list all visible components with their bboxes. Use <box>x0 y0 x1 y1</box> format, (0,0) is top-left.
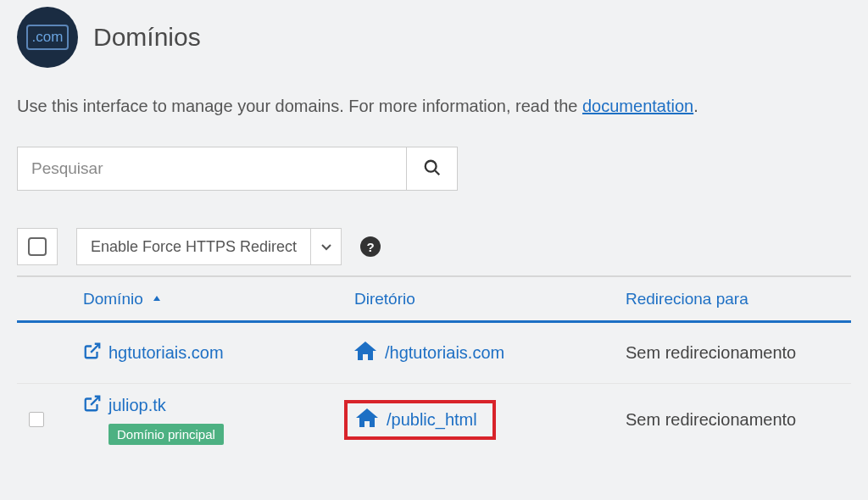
svg-line-1 <box>435 170 439 175</box>
search-input[interactable] <box>17 147 407 191</box>
domains-table: Domínio Diretório Redireciona para hgtut… <box>17 275 851 455</box>
directory-cell: /public_html <box>354 400 626 440</box>
highlight-box: /public_html <box>344 400 496 440</box>
primary-domain-badge: Domínio principal <box>108 424 224 445</box>
redirect-cell: Sem redirecionamento <box>626 343 851 363</box>
directory-link[interactable]: /public_html <box>356 408 477 431</box>
domains-icon: .com <box>17 7 78 68</box>
toolbar: Enable Force HTTPS Redirect ? <box>17 228 851 265</box>
table-row: juliop.tk Domínio principal /public_html… <box>17 384 851 455</box>
column-redirect[interactable]: Redireciona para <box>626 290 851 308</box>
column-directory[interactable]: Diretório <box>354 290 626 308</box>
select-all-checkbox[interactable] <box>17 228 58 265</box>
documentation-link[interactable]: documentation <box>582 97 693 115</box>
sort-asc-icon <box>147 290 163 308</box>
page-header: .com Domínios <box>17 7 851 68</box>
directory-cell: /hgtutoriais.com <box>354 342 626 364</box>
domain-link[interactable]: hgtutoriais.com <box>83 342 224 364</box>
external-link-icon <box>83 394 102 417</box>
search-button[interactable] <box>407 147 458 191</box>
column-domain[interactable]: Domínio <box>83 290 354 308</box>
force-https-button[interactable]: Enable Force HTTPS Redirect <box>76 228 311 265</box>
force-https-dropdown[interactable] <box>311 228 342 265</box>
domain-text: hgtutoriais.com <box>108 343 224 363</box>
domain-text: juliop.tk <box>108 396 166 415</box>
external-link-icon <box>83 342 102 364</box>
intro-text-after: . <box>693 97 698 115</box>
domain-cell: hgtutoriais.com <box>83 342 354 364</box>
question-icon: ? <box>367 240 375 254</box>
row-checkbox[interactable] <box>29 412 44 427</box>
table-header: Domínio Diretório Redireciona para <box>17 275 851 323</box>
svg-point-0 <box>425 160 436 171</box>
force-https-button-group: Enable Force HTTPS Redirect <box>76 228 342 265</box>
svg-line-3 <box>91 397 99 405</box>
redirect-cell: Sem redirecionamento <box>626 410 851 430</box>
home-icon <box>356 408 378 431</box>
domain-cell: juliop.tk Domínio principal <box>83 394 354 445</box>
intro-text: Use this interface to manage your domain… <box>17 97 851 116</box>
table-row: hgtutoriais.com /hgtutoriais.com Sem red… <box>17 323 851 384</box>
help-button[interactable]: ? <box>360 236 381 257</box>
directory-link[interactable]: /hgtutoriais.com <box>354 342 626 364</box>
row-checkbox-cell <box>17 412 83 427</box>
svg-line-2 <box>91 344 99 353</box>
directory-text: /public_html <box>387 410 477 430</box>
caret-down-icon <box>321 239 331 254</box>
directory-text: /hgtutoriais.com <box>385 343 504 363</box>
domain-link[interactable]: juliop.tk <box>83 394 166 417</box>
home-icon <box>354 342 376 364</box>
search-icon <box>423 158 442 180</box>
search-row <box>17 147 851 191</box>
page-title: Domínios <box>93 23 201 52</box>
intro-text-before: Use this interface to manage your domain… <box>17 97 582 115</box>
